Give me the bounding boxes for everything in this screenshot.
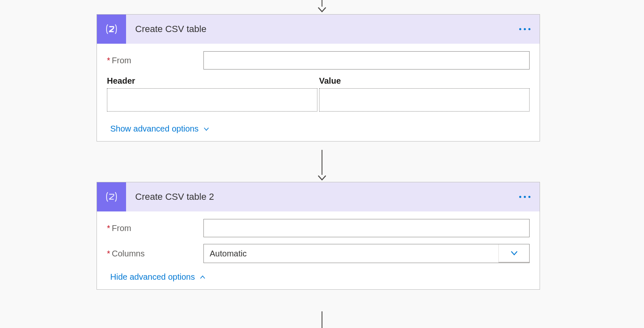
flow-arrow bbox=[317, 311, 327, 328]
from-input[interactable] bbox=[203, 51, 530, 70]
value-column-label: Value bbox=[319, 76, 530, 88]
step-create-csv-table-2: Create CSV table 2 *From *Columns Automa… bbox=[97, 182, 540, 290]
from-label: *From bbox=[107, 56, 203, 65]
step-header[interactable]: Create CSV table 2 bbox=[97, 182, 540, 211]
flow-arrow bbox=[317, 0, 327, 12]
data-operations-icon bbox=[97, 15, 126, 44]
header-cell-input[interactable] bbox=[107, 88, 317, 112]
show-advanced-options-toggle[interactable]: Show advanced options bbox=[110, 124, 210, 134]
step-menu-button[interactable] bbox=[519, 196, 530, 198]
step-create-csv-table: Create CSV table *From Header Value bbox=[97, 14, 540, 142]
columns-select-value: Automatic bbox=[210, 249, 247, 258]
columns-select[interactable]: Automatic bbox=[203, 244, 530, 263]
hide-advanced-options-toggle[interactable]: Hide advanced options bbox=[110, 272, 206, 282]
columns-label: *Columns bbox=[107, 249, 203, 258]
chevron-down-icon bbox=[498, 244, 529, 263]
from-input[interactable] bbox=[203, 219, 530, 237]
step-header[interactable]: Create CSV table bbox=[97, 15, 540, 44]
step-title: Create CSV table 2 bbox=[126, 191, 214, 202]
header-column-label: Header bbox=[107, 76, 317, 88]
step-title: Create CSV table bbox=[126, 24, 206, 35]
data-operations-icon bbox=[97, 182, 126, 211]
flow-arrow bbox=[317, 150, 327, 181]
value-cell-input[interactable] bbox=[319, 88, 530, 112]
from-label: *From bbox=[107, 224, 203, 233]
step-menu-button[interactable] bbox=[519, 28, 530, 30]
